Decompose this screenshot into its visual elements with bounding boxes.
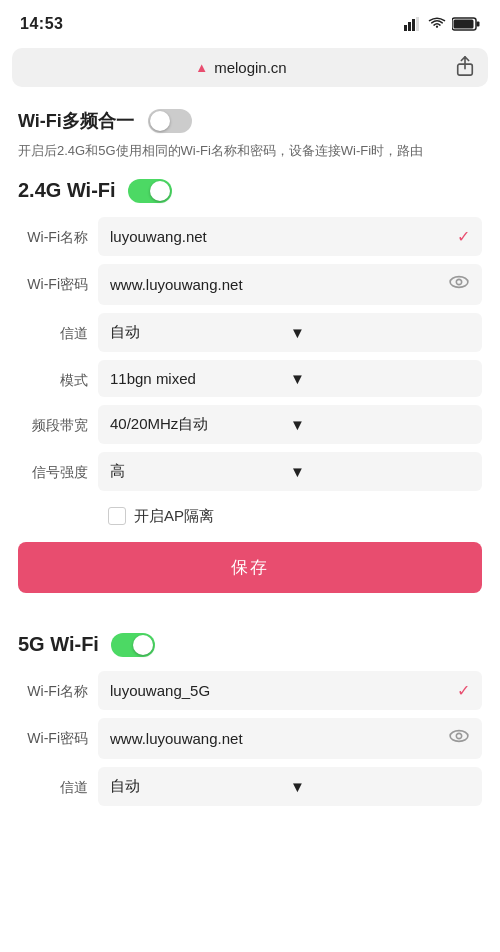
wifi-5g-name-label: Wi-Fi名称 — [18, 671, 98, 701]
wifi-24-mode-container: 11bgn mixed ▼ — [98, 360, 482, 397]
wifi-5g-name-container: ✓ — [98, 671, 482, 710]
wifi-24-password-input-wrap — [98, 264, 482, 305]
multiband-toggle[interactable] — [148, 109, 192, 133]
wifi-5g-password-eye-icon[interactable] — [448, 728, 470, 749]
wifi-24-name-input-wrap: ✓ — [98, 217, 482, 256]
wifi-5g-name-row: Wi-Fi名称 ✓ — [18, 671, 482, 718]
wifi-24-ap-label: 开启AP隔离 — [134, 507, 214, 526]
wifi-5g-password-input[interactable] — [110, 730, 442, 747]
wifi-24-save-button[interactable]: 保存 — [18, 542, 482, 593]
wifi-24-toggle-knob — [150, 181, 170, 201]
wifi-5g-title: 5G Wi-Fi — [18, 633, 99, 656]
multiband-title: Wi-Fi多频合一 — [18, 109, 134, 133]
wifi-24-signal-label: 信号强度 — [18, 452, 98, 482]
wifi-24-bandwidth-select[interactable]: 40/20MHz自动 ▼ — [98, 405, 482, 444]
wifi-icon — [428, 17, 446, 31]
svg-point-11 — [456, 733, 461, 738]
svg-rect-3 — [416, 17, 419, 31]
wifi-24-channel-container: 自动 ▼ — [98, 313, 482, 352]
share-icon[interactable] — [456, 56, 474, 79]
wifi-24-channel-select[interactable]: 自动 ▼ — [98, 313, 482, 352]
wifi-24-name-input[interactable] — [110, 228, 451, 245]
status-time: 14:53 — [20, 15, 63, 33]
wifi-24-mode-arrow: ▼ — [290, 370, 470, 387]
wifi-5g-channel-arrow: ▼ — [290, 778, 470, 795]
multiband-toggle-knob — [150, 111, 170, 131]
wifi-24-channel-value: 自动 — [110, 323, 290, 342]
svg-point-9 — [456, 279, 461, 284]
wifi-24-mode-row: 模式 11bgn mixed ▼ — [18, 360, 482, 405]
multiband-header: Wi-Fi多频合一 — [18, 109, 482, 133]
wifi-24-name-check-icon: ✓ — [457, 227, 470, 246]
page-content: Wi-Fi多频合一 开启后2.4G和5G使用相同的Wi-Fi名称和密码，设备连接… — [0, 95, 500, 613]
address-bar[interactable]: ▲ melogin.cn — [12, 48, 488, 87]
wifi-5g-header: 5G Wi-Fi — [18, 633, 482, 657]
wifi-24-password-row: Wi-Fi密码 — [18, 264, 482, 313]
wifi-24-ap-row: 开启AP隔离 — [108, 507, 482, 526]
multiband-desc: 开启后2.4G和5G使用相同的Wi-Fi名称和密码，设备连接Wi-Fi时，路由 — [18, 141, 482, 161]
wifi-5g-toggle-knob — [133, 635, 153, 655]
wifi-5g-password-input-wrap — [98, 718, 482, 759]
wifi-24-signal-select[interactable]: 高 ▼ — [98, 452, 482, 491]
wifi-24-password-container — [98, 264, 482, 305]
wifi-24-name-row: Wi-Fi名称 ✓ — [18, 217, 482, 264]
wifi-24-bandwidth-container: 40/20MHz自动 ▼ — [98, 405, 482, 444]
wifi-24-section: 2.4G Wi-Fi Wi-Fi名称 ✓ Wi-Fi密码 — [18, 179, 482, 613]
wifi-5g-name-check-icon: ✓ — [457, 681, 470, 700]
wifi-5g-channel-select[interactable]: 自动 ▼ — [98, 767, 482, 806]
wifi-24-signal-arrow: ▼ — [290, 463, 470, 480]
wifi-24-channel-arrow: ▼ — [290, 324, 470, 341]
wifi-24-signal-container: 高 ▼ — [98, 452, 482, 491]
wifi-5g-password-label: Wi-Fi密码 — [18, 718, 98, 748]
wifi-24-bandwidth-arrow: ▼ — [290, 416, 470, 433]
address-bar-content: ▲ melogin.cn — [26, 59, 456, 76]
wifi-5g-password-row: Wi-Fi密码 — [18, 718, 482, 767]
wifi-24-mode-label: 模式 — [18, 360, 98, 390]
wifi-24-mode-select[interactable]: 11bgn mixed ▼ — [98, 360, 482, 397]
wifi-24-header: 2.4G Wi-Fi — [18, 179, 482, 203]
wifi-24-save-wrap: 保存 — [18, 542, 482, 613]
svg-rect-6 — [477, 22, 480, 27]
wifi-24-channel-label: 信道 — [18, 313, 98, 343]
svg-rect-1 — [408, 22, 411, 31]
wifi-5g-channel-label: 信道 — [18, 767, 98, 797]
wifi-24-mode-value: 11bgn mixed — [110, 370, 290, 387]
wifi-24-bandwidth-value: 40/20MHz自动 — [110, 415, 290, 434]
wifi-5g-password-container — [98, 718, 482, 759]
battery-icon — [452, 17, 480, 31]
svg-point-8 — [450, 276, 468, 287]
wifi-5g-section: 5G Wi-Fi Wi-Fi名称 ✓ Wi-Fi密码 — [0, 633, 500, 814]
svg-rect-0 — [404, 25, 407, 31]
wifi-5g-name-input-wrap: ✓ — [98, 671, 482, 710]
status-bar: 14:53 — [0, 0, 500, 44]
status-icons — [404, 17, 480, 31]
wifi-24-ap-checkbox[interactable] — [108, 507, 126, 525]
signal-icon — [404, 17, 422, 31]
wifi-24-toggle[interactable] — [128, 179, 172, 203]
wifi-24-channel-row: 信道 自动 ▼ — [18, 313, 482, 360]
wifi-5g-channel-container: 自动 ▼ — [98, 767, 482, 806]
wifi-24-password-label: Wi-Fi密码 — [18, 264, 98, 294]
wifi-24-title: 2.4G Wi-Fi — [18, 179, 116, 202]
svg-point-10 — [450, 730, 468, 741]
wifi-5g-channel-value: 自动 — [110, 777, 290, 796]
wifi-24-bandwidth-label: 频段带宽 — [18, 405, 98, 435]
wifi-24-signal-value: 高 — [110, 462, 290, 481]
address-url: melogin.cn — [214, 59, 287, 76]
wifi-5g-name-input[interactable] — [110, 682, 451, 699]
wifi-24-name-container: ✓ — [98, 217, 482, 256]
wifi-5g-channel-row: 信道 自动 ▼ — [18, 767, 482, 814]
wifi-24-name-label: Wi-Fi名称 — [18, 217, 98, 247]
svg-rect-2 — [412, 19, 415, 31]
wifi-24-password-eye-icon[interactable] — [448, 274, 470, 295]
address-bar-icon: ▲ — [195, 60, 208, 75]
wifi-5g-toggle[interactable] — [111, 633, 155, 657]
wifi-24-signal-row: 信号强度 高 ▼ — [18, 452, 482, 499]
wifi-24-bandwidth-row: 频段带宽 40/20MHz自动 ▼ — [18, 405, 482, 452]
svg-rect-5 — [454, 20, 474, 29]
wifi-24-password-input[interactable] — [110, 276, 442, 293]
